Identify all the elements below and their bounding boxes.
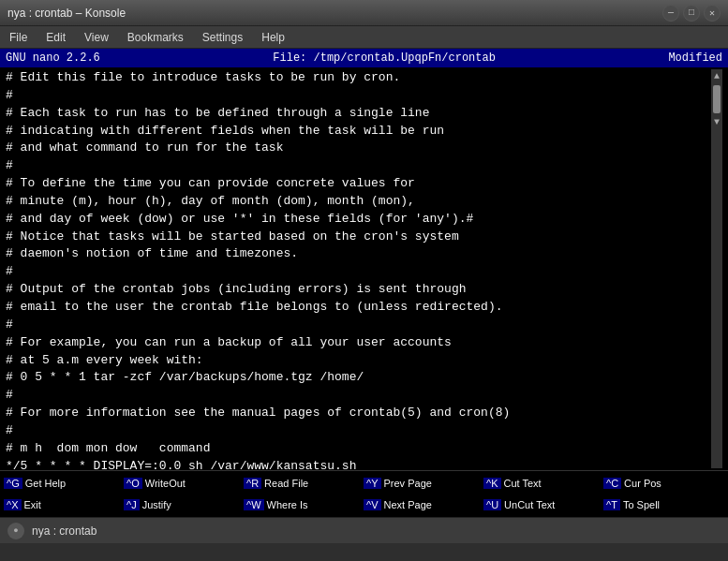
shortcut-key: ^G — [4, 478, 22, 489]
nano-filename: File: /tmp/crontab.UpqpFn/crontab — [273, 52, 496, 65]
window-title: nya : crontab – Konsole — [7, 7, 126, 20]
nano-status-bar: GNU nano 2.2.6 File: /tmp/crontab.UpqpFn… — [0, 49, 728, 67]
shortcut-key: ^W — [244, 499, 264, 510]
editor-content[interactable]: # Edit this file to introduce tasks to b… — [6, 69, 711, 468]
terminal-icon: ● — [7, 523, 24, 539]
shortcut-key: ^Y — [364, 478, 381, 489]
shortcut-key: ^K — [483, 478, 501, 489]
window-controls[interactable]: — □ ✕ — [662, 5, 721, 22]
shortcut-label: Get Help — [25, 478, 66, 489]
menu-view[interactable]: View — [79, 29, 114, 46]
shortcut-item[interactable]: ^YPrev Page — [364, 478, 483, 489]
terminal-title: nya : crontab — [32, 524, 97, 538]
shortcut-key: ^X — [4, 499, 22, 510]
shortcut-key: ^R — [244, 478, 261, 489]
shortcut-item[interactable]: ^JJustify — [124, 499, 244, 510]
shortcut-key: ^U — [483, 499, 501, 510]
menu-file[interactable]: File — [4, 29, 33, 46]
scroll-down-arrow[interactable]: ▼ — [714, 115, 720, 129]
scrollbar[interactable]: ▲ ▼ — [711, 69, 722, 468]
shortcut-row-1: ^GGet Help^OWriteOut^RRead File^YPrev Pa… — [4, 478, 724, 489]
menu-edit[interactable]: Edit — [40, 29, 71, 46]
shortcut-item[interactable]: ^UUnCut Text — [483, 499, 603, 510]
shortcut-label: Next Page — [384, 499, 432, 510]
scroll-thumb[interactable] — [713, 85, 721, 113]
shortcut-item[interactable]: ^KCut Text — [483, 478, 603, 489]
menu-help[interactable]: Help — [256, 29, 290, 46]
shortcut-label: Cur Pos — [624, 478, 661, 489]
shortcut-label: Exit — [24, 499, 41, 510]
shortcut-item[interactable]: ^XExit — [4, 499, 124, 510]
shortcut-item[interactable]: ^TTo Spell — [603, 499, 723, 510]
shortcut-key: ^V — [364, 499, 381, 510]
menu-settings[interactable]: Settings — [197, 29, 248, 46]
editor-area[interactable]: # Edit this file to introduce tasks to b… — [0, 67, 728, 470]
shortcut-bar: ^GGet Help^OWriteOut^RRead File^YPrev Pa… — [0, 470, 728, 517]
shortcut-item[interactable]: ^OWriteOut — [124, 478, 244, 489]
shortcut-label: To Spell — [623, 499, 660, 510]
nano-modified: Modified — [668, 52, 722, 65]
menu-bar: File Edit View Bookmarks Settings Help — [0, 26, 728, 49]
shortcut-label: Read File — [264, 478, 308, 489]
shortcut-item[interactable]: ^VNext Page — [364, 499, 483, 510]
minimize-button[interactable]: — — [662, 5, 679, 22]
shortcut-row-2: ^XExit^JJustify^WWhere Is^VNext Page^UUn… — [4, 499, 724, 510]
shortcut-key: ^T — [603, 499, 620, 510]
shortcut-item[interactable]: ^GGet Help — [4, 478, 124, 489]
shortcut-key: ^C — [603, 478, 621, 489]
shortcut-item[interactable]: ^WWhere Is — [244, 499, 364, 510]
menu-bookmarks[interactable]: Bookmarks — [122, 29, 189, 46]
shortcut-item[interactable]: ^RRead File — [244, 478, 364, 489]
terminal-bar: ● nya : crontab — [0, 517, 728, 543]
shortcut-label: WriteOut — [145, 478, 186, 489]
shortcut-item[interactable]: ^CCur Pos — [603, 478, 723, 489]
scroll-up-arrow[interactable]: ▲ — [714, 69, 720, 83]
close-button[interactable]: ✕ — [704, 5, 721, 22]
shortcut-key: ^O — [124, 478, 142, 489]
shortcut-label: Prev Page — [384, 478, 432, 489]
shortcut-label: Cut Text — [504, 478, 542, 489]
maximize-button[interactable]: □ — [683, 5, 700, 22]
shortcut-key: ^J — [124, 499, 140, 510]
shortcut-label: Justify — [142, 499, 171, 510]
nano-version: GNU nano 2.2.6 — [6, 52, 100, 65]
title-bar: nya : crontab – Konsole — □ ✕ — [0, 0, 728, 26]
shortcut-label: UnCut Text — [504, 499, 555, 510]
shortcut-label: Where Is — [267, 499, 308, 510]
